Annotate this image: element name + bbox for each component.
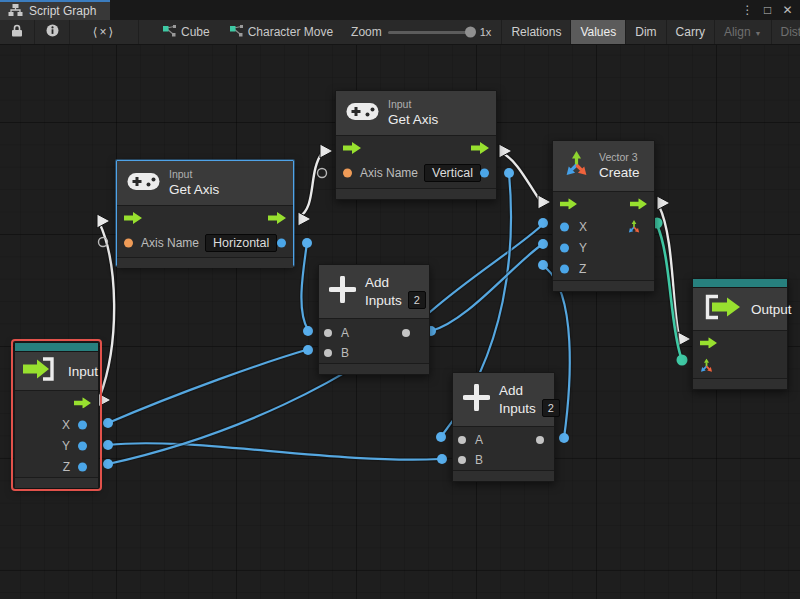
info-icon [46, 24, 59, 40]
button-label: Carry [676, 25, 705, 39]
inputs-count-field[interactable]: 2 [542, 399, 560, 417]
tab-script-graph[interactable]: Script Graph [0, 0, 110, 20]
toolbar-button-dim[interactable]: Dim [625, 20, 665, 44]
breadcrumb-cube[interactable]: Cube [153, 20, 220, 44]
flow-in-arrow-icon[interactable] [560, 198, 577, 209]
breadcrumb-character-move[interactable]: Character Move [220, 20, 343, 44]
output-row-z: Z [15, 456, 98, 477]
gamepad-icon [127, 172, 160, 195]
flow-out-arrow-icon[interactable] [630, 198, 647, 209]
node-header: InputGet Axis [117, 161, 293, 206]
window-controls: ⋮ □ ✕ [739, 0, 800, 20]
value-input-port[interactable] [560, 222, 569, 231]
node-accent-strip [15, 343, 98, 352]
graph-node-icon [230, 25, 243, 40]
vector3-output-port[interactable] [627, 220, 641, 234]
zoom-label: Zoom [351, 25, 382, 39]
button-label: Distribute [781, 25, 800, 39]
graph-hierarchy-icon [8, 3, 23, 20]
node-footer [319, 363, 429, 374]
toolbar-button-align[interactable]: Align▼ [714, 20, 771, 44]
flow-in-arrow-icon[interactable] [124, 212, 142, 224]
flow-row [553, 192, 654, 216]
flow-out-arrow-icon[interactable] [268, 212, 286, 224]
button-label: Dim [635, 25, 656, 39]
get-axis-horizontal[interactable]: InputGet AxisAxis NameHorizontal [116, 160, 294, 266]
lock-button[interactable] [0, 20, 35, 44]
flow-row [117, 206, 293, 229]
port-label: B [475, 453, 483, 467]
flow-row [15, 391, 98, 414]
vector-input-row [693, 354, 787, 377]
input-row-x: X [553, 216, 654, 237]
toolbar-buttons: RelationsValuesDimCarryAlign▼Distribute▼… [501, 20, 800, 44]
zoom-slider-handle[interactable] [465, 27, 476, 38]
value-input-port[interactable] [458, 456, 466, 464]
flow-in-arrow-icon[interactable] [343, 142, 361, 154]
plus-icon [463, 384, 490, 415]
info-button[interactable] [35, 20, 70, 44]
maximize-icon[interactable]: □ [759, 3, 776, 17]
value-output-port[interactable] [78, 420, 87, 429]
inputs-label: Inputs [365, 292, 402, 309]
node-category: Input [388, 98, 438, 111]
flow-row [693, 331, 787, 354]
input-row-b: B [453, 450, 554, 470]
input-row-a: A [453, 430, 554, 450]
port-label: A [341, 326, 349, 340]
toolbar-button-carry[interactable]: Carry [666, 20, 714, 44]
code-icon: ⟨×⟩ [93, 25, 115, 39]
unity-script-graph-window: Script Graph ⋮ □ ✕ ⟨×⟩ Cube Character Mo… [0, 0, 800, 599]
output-unit[interactable]: Output [692, 278, 788, 390]
value-output-port[interactable] [78, 462, 87, 471]
axis-name-row: Axis NameHorizontal [117, 229, 293, 257]
inputs-count-field[interactable]: 2 [408, 291, 426, 309]
value-output-port[interactable] [78, 441, 87, 450]
edit-graph-button[interactable]: ⟨×⟩ [70, 20, 139, 44]
tab-title: Script Graph [29, 4, 96, 18]
toolbar-button-relations[interactable]: Relations [501, 20, 570, 44]
dropdown-caret-icon: ▼ [755, 30, 762, 37]
axis-name-row: Axis NameVertical [336, 159, 496, 187]
value-input-port[interactable] [124, 239, 133, 248]
get-axis-vertical[interactable]: InputGet AxisAxis NameVertical [335, 90, 497, 200]
value-input-port[interactable] [560, 243, 569, 252]
port-label: X [62, 418, 70, 432]
axis-name-field[interactable]: Vertical [424, 164, 481, 182]
value-output-port[interactable] [480, 169, 489, 178]
toolbar-button-distribute[interactable]: Distribute▼ [771, 20, 800, 44]
node-title: Get Axis [169, 181, 219, 198]
node-title: Add [365, 274, 426, 291]
close-icon[interactable]: ✕ [779, 3, 796, 17]
flow-out-arrow-icon[interactable] [74, 397, 91, 408]
breadcrumb-label: Cube [181, 25, 210, 39]
zoom-value: 1x [480, 26, 492, 38]
node-title: Input [68, 363, 98, 380]
flow-out-arrow-icon[interactable] [471, 142, 489, 154]
value-output-port[interactable] [536, 436, 544, 444]
zoom-slider[interactable] [388, 31, 474, 34]
input-unit[interactable]: InputXYZ [14, 342, 99, 488]
node-footer [117, 257, 293, 268]
axis-name-field[interactable]: Horizontal [205, 234, 277, 252]
button-label: Values [580, 25, 616, 39]
button-label: Align [724, 25, 751, 39]
value-input-port[interactable] [343, 169, 352, 178]
vector3-input-port[interactable] [699, 358, 714, 373]
menu-icon[interactable]: ⋮ [739, 3, 756, 17]
flow-in-arrow-icon[interactable] [700, 337, 717, 348]
vector3-create[interactable]: Vector 3CreateXYZ [552, 140, 655, 292]
add-1[interactable]: AddInputs2AB [318, 264, 430, 375]
input-row-z: Z [553, 258, 654, 279]
value-input-port[interactable] [560, 264, 569, 273]
toolbar-button-values[interactable]: Values [570, 20, 625, 44]
flow-row [336, 136, 496, 159]
node-header: Output [693, 288, 787, 331]
value-output-port[interactable] [402, 329, 410, 337]
value-input-port[interactable] [324, 329, 332, 337]
value-input-port[interactable] [458, 436, 466, 444]
value-input-port[interactable] [324, 349, 332, 357]
add-2[interactable]: AddInputs2AB [452, 372, 555, 482]
value-output-port[interactable] [277, 239, 286, 248]
vector3-icon [563, 151, 590, 182]
